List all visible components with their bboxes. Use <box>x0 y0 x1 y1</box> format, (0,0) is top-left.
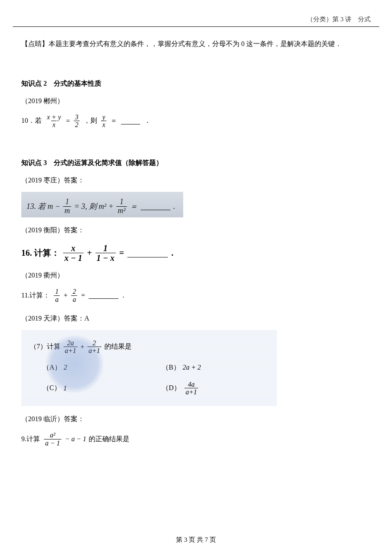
p16-frac2: 1 1 − x <box>95 243 116 263</box>
p7-f2-num: 2 <box>91 339 97 347</box>
problem-10: 10．若 x + y x = 3 2 ，则 y x ＝ ． <box>21 113 371 129</box>
p7-optC: （C） 1 <box>30 381 149 396</box>
p13-eq: ＝ <box>130 201 138 211</box>
page-header: （分类）第 3 讲 分式 <box>307 15 371 23</box>
p10-end: ． <box>144 116 151 125</box>
p11-frac1: 1 a <box>54 288 60 303</box>
p7-optD-num: 4a <box>187 381 196 388</box>
p11-plus: + <box>63 292 67 299</box>
page-footer: 第 3 页 共 7 页 <box>0 536 392 544</box>
p7-optA: （A） 2 <box>30 363 149 372</box>
p7-optC-label: （C） <box>43 384 61 393</box>
p9-mid: − a − 1 <box>65 435 86 443</box>
p16-frac1: x x − 1 <box>63 243 84 263</box>
section3-title: 知识点 3 分式的运算及化简求值（除解答题） <box>21 159 371 168</box>
p16-f2-num: 1 <box>102 243 109 253</box>
p10-f1-den: x <box>51 121 57 129</box>
p9-source: （2019 临沂）答案： <box>21 415 371 424</box>
p11-blank <box>89 292 118 299</box>
p7-f1-num: 2a <box>66 339 75 347</box>
p10-f3-den: x <box>101 121 107 129</box>
p7-optB-label: （B） <box>162 363 180 372</box>
p13-mid: = 3, 则 m² + <box>74 201 113 211</box>
p7-frac1: 2a a+1 <box>63 339 78 355</box>
p7-lead: （7）计算 <box>30 342 61 351</box>
p16-end: . <box>171 248 173 258</box>
p7-f2-den: a+1 <box>87 347 101 355</box>
p7-optB: （B） 2a + 2 <box>149 363 268 372</box>
p9-f1-num: a² <box>49 431 57 439</box>
p7-stem: （7）计算 2a a+1 + 2 a+1 的结果是 <box>30 339 268 355</box>
p7-frac2: 2 a+1 <box>87 339 101 355</box>
p16-f1-den: x − 1 <box>63 253 84 263</box>
section2-source: （2019 郴州） <box>21 97 371 106</box>
p13-f1-num: 1 <box>64 198 70 206</box>
p7-options: （A） 2 （B） 2a + 2 （C） 1 （D） 4a a+1 <box>30 359 268 400</box>
dianjing-paragraph: 【点睛】本题主要考查分式有意义的条件，，掌握分式有意义，分母不为 0 这一条件，… <box>21 38 371 49</box>
p10-f2-den: 2 <box>74 121 80 129</box>
p10-eq: = <box>66 117 70 125</box>
p7-optD-label: （D） <box>162 384 181 393</box>
p7-optB-val: 2a + 2 <box>183 364 201 371</box>
p11-lead: 11.计算： <box>21 291 50 300</box>
page-content: 【点睛】本题主要考查分式有意义的条件，，掌握分式有意义，分母不为 0 这一条件，… <box>0 0 392 447</box>
p13-f2-num: 1 <box>118 198 125 206</box>
p11-f1-num: 1 <box>54 288 60 295</box>
p16-f2-den: 1 − x <box>95 253 116 263</box>
p7-tail: 的结果是 <box>104 342 132 351</box>
p13-frac2: 1 m² <box>116 198 127 215</box>
p10-f1-num: x + y <box>46 113 62 121</box>
p10-frac3: y x <box>101 113 107 129</box>
p7-optA-label: （A） <box>43 363 61 372</box>
p16-blank <box>127 249 168 257</box>
p7-optD: （D） 4a a+1 <box>149 381 268 396</box>
problem-16: 16. 计算： x x − 1 + 1 1 − x = . <box>21 243 183 263</box>
p7-optD-frac: 4a a+1 <box>184 381 199 396</box>
p9-frac1: a² a − 1 <box>44 431 61 447</box>
p13-source: （2019 枣庄）答案： <box>21 176 371 185</box>
p7-optD-den: a+1 <box>184 388 199 396</box>
p10-frac1: x + y x <box>46 113 62 129</box>
p7-source: （2019 天津）答案：A <box>21 314 371 323</box>
p10-f3-num: y <box>101 113 107 121</box>
p11-frac2: 2 a <box>71 288 77 303</box>
p10-blank <box>121 118 140 124</box>
p9-tail: 的正确结果是 <box>89 435 130 444</box>
p7-optC-val: 1 <box>63 384 67 392</box>
header-rule <box>13 26 379 27</box>
p13-f1-den: m <box>63 206 71 215</box>
p13-end: . <box>173 202 176 211</box>
p16-eq: = <box>119 248 124 258</box>
p11-source: （2019 衢州） <box>21 271 371 280</box>
problem-11: 11.计算： 1 a + 2 a = . <box>21 288 371 303</box>
p11-end: . <box>122 292 124 299</box>
section2-title: 知识点 2 分式的基本性质 <box>21 79 371 88</box>
p10-frac2: 3 2 <box>74 113 80 129</box>
p13-blank <box>141 202 170 210</box>
p9-lead: 9.计算 <box>21 435 40 444</box>
p11-f1-den: a <box>54 295 60 304</box>
p13-frac1: 1 m <box>63 198 71 215</box>
p10-f2-num: 3 <box>74 113 80 121</box>
p11-eq: = <box>81 292 85 299</box>
p16-source: （2019 衡阳）答案： <box>21 226 371 235</box>
problem-9: 9.计算 a² a − 1 − a − 1 的正确结果是 <box>21 431 371 447</box>
p16-lead: 16. 计算： <box>21 247 60 259</box>
p10-num: 10．若 <box>21 116 42 125</box>
p7-f1-den: a+1 <box>63 347 78 355</box>
p7-optA-val: 2 <box>64 364 67 371</box>
p13-lead: 13. 若 m − <box>26 201 60 211</box>
p10-mid: ，则 <box>84 116 97 125</box>
p16-f1-num: x <box>70 243 77 253</box>
problem-7: （7）计算 2a a+1 + 2 a+1 的结果是 （A） 2 （B） 2a +… <box>21 330 277 406</box>
p7-plus: + <box>81 343 84 351</box>
p10-tail: ＝ <box>110 116 117 125</box>
p11-f2-num: 2 <box>71 288 77 295</box>
problem-13: 13. 若 m − 1 m = 3, 则 m² + 1 m² ＝ . <box>21 192 183 218</box>
p11-f2-den: a <box>71 295 77 304</box>
p16-plus: + <box>87 248 92 258</box>
p13-f2-den: m² <box>116 206 127 215</box>
p9-f1-den: a − 1 <box>44 439 61 447</box>
